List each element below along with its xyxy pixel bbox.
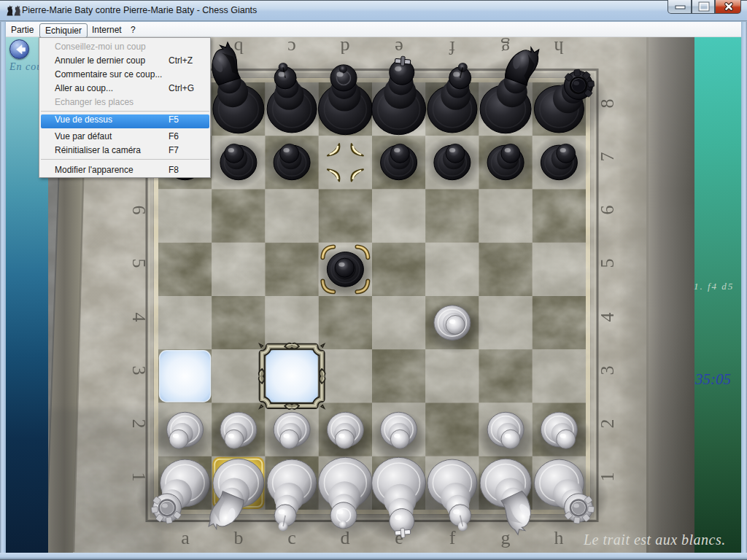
svg-text:6: 6 [597, 206, 618, 215]
svg-text:g: g [501, 37, 511, 58]
svg-text:4: 4 [128, 313, 150, 322]
svg-text:6: 6 [128, 206, 150, 215]
svg-text:f: f [449, 37, 455, 58]
svg-text:2: 2 [597, 419, 618, 429]
svg-text:2: 2 [128, 419, 150, 429]
svg-text:3: 3 [128, 366, 150, 376]
svg-text:c: c [287, 37, 296, 58]
svg-text:7: 7 [597, 152, 618, 162]
svg-text:5: 5 [597, 259, 618, 268]
svg-text:e: e [395, 37, 403, 58]
svg-text:4: 4 [597, 313, 618, 322]
svg-text:h: h [554, 37, 564, 58]
svg-text:d: d [341, 37, 350, 58]
svg-text:3: 3 [597, 366, 618, 376]
svg-text:5: 5 [128, 259, 150, 268]
